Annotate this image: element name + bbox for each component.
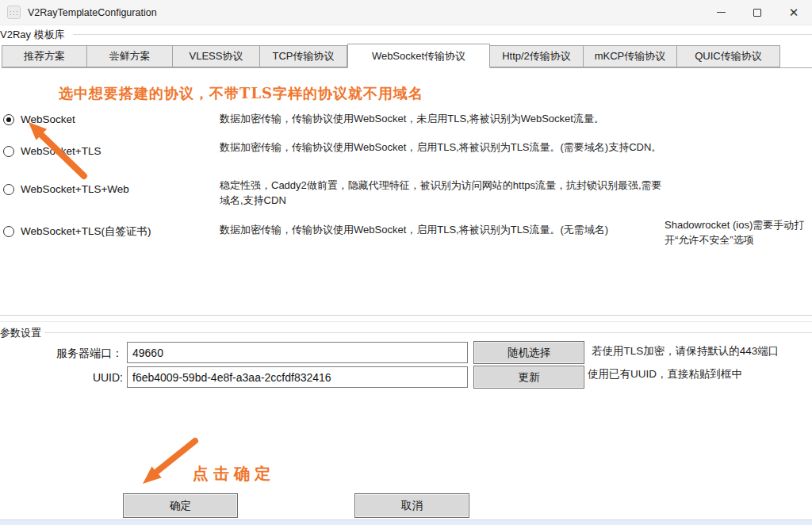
groupbox-params-line xyxy=(44,332,812,333)
uuid-hint: 使用已有UUID，直接粘贴到框中 xyxy=(588,367,742,381)
update-button[interactable]: 更新 xyxy=(473,366,584,389)
window-controls: ✕ xyxy=(703,0,812,25)
separator-line-2 xyxy=(0,321,812,322)
radio-websocket-tls-web-label[interactable]: WebSocket+TLS+Web xyxy=(21,183,129,195)
arrow-to-ok-button xyxy=(135,435,206,490)
cancel-button[interactable]: 取消 xyxy=(354,493,469,518)
radio-websocket-tls-selfsigned-label[interactable]: WebSocket+TLS(自签证书) xyxy=(21,224,151,239)
radio-websocket-tls-selfsigned[interactable] xyxy=(3,226,14,237)
protocol-option-websocket-tls-selfsigned[interactable]: WebSocket+TLS(自签证书) xyxy=(3,224,151,239)
protocol-option-websocket-tls-web[interactable]: WebSocket+TLS+Web xyxy=(3,183,129,195)
server-port-label: 服务器端口： xyxy=(2,347,123,361)
random-select-button[interactable]: 随机选择 xyxy=(473,341,584,364)
uuid-input[interactable] xyxy=(127,366,468,388)
radio-websocket-tls[interactable] xyxy=(3,146,14,157)
groupbox-library-line xyxy=(73,34,812,35)
ok-button[interactable]: 确定 xyxy=(123,493,238,518)
close-button[interactable]: ✕ xyxy=(776,0,812,25)
groupbox-library-label: V2Ray 模板库 xyxy=(0,28,65,42)
desc-websocket-tls-selfsigned: 数据加密传输，传输协议使用WebSocket，启用TLS,将被识别为TLS流量。… xyxy=(220,222,668,237)
close-icon: ✕ xyxy=(789,6,799,18)
port-hint: 若使用TLS加密，请保持默认的443端口 xyxy=(592,344,779,358)
app-icon xyxy=(7,6,21,19)
desc-websocket-tls: 数据加密传输，传输协议使用WebSocket，启用TLS,将被识别为TLS流量。… xyxy=(220,140,668,155)
groupbox-params-label: 参数设置 xyxy=(0,326,41,340)
minimize-icon xyxy=(717,12,726,13)
maximize-button[interactable] xyxy=(739,0,776,25)
radio-websocket[interactable] xyxy=(3,114,14,125)
desc-websocket-tls-web: 稳定性强，Caddy2做前置，隐藏代理特征，被识别为访问网站的https流量，抗… xyxy=(220,178,668,208)
separator-line xyxy=(0,315,812,316)
tab-recommended[interactable]: 推荐方案 xyxy=(2,45,87,67)
tab-websocket[interactable]: WebSocket传输协议 xyxy=(347,44,490,68)
window-title: V2RayTemplateConfiguration xyxy=(28,7,157,18)
radio-websocket-tls-web[interactable] xyxy=(3,184,14,195)
shadowrocket-note: Shadowrocket (ios)需要手动打开“允许不安全”选项 xyxy=(665,217,809,247)
title-bar: V2RayTemplateConfiguration ✕ xyxy=(0,0,812,25)
tab-mkcp[interactable]: mKCP传输协议 xyxy=(584,45,677,67)
desc-websocket: 数据加密传输，传输协议使用WebSocket，未启用TLS,将被识别为WebSo… xyxy=(220,111,668,126)
tab-strip: 推荐方案 尝鲜方案 VLESS协议 TCP传输协议 WebSocket传输协议 … xyxy=(2,44,812,68)
tab-http2[interactable]: Http/2传输协议 xyxy=(490,45,584,67)
maximize-icon xyxy=(753,9,761,17)
server-port-input[interactable] xyxy=(127,342,468,363)
tab-quic[interactable]: QUIC传输协议 xyxy=(677,45,780,67)
tab-tcp[interactable]: TCP传输协议 xyxy=(260,45,347,67)
tab-vless[interactable]: VLESS协议 xyxy=(173,45,260,67)
minimize-button[interactable] xyxy=(703,0,739,25)
uuid-label: UUID: xyxy=(2,371,123,384)
arrow-to-websocket-option xyxy=(22,119,92,182)
taskbar-edge xyxy=(0,519,812,525)
annotation-select-protocol: 选中想要搭建的协议，不带TLS字样的协议就不用域名 xyxy=(59,84,423,103)
tab-fresh[interactable]: 尝鲜方案 xyxy=(87,45,173,67)
